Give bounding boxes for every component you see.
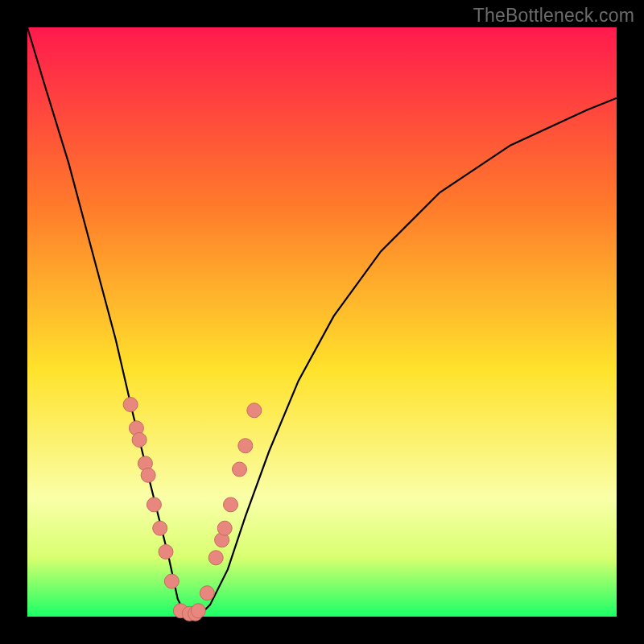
marker-dot <box>233 462 247 477</box>
marker-dot <box>147 497 161 512</box>
marker-dot <box>164 574 179 588</box>
watermark-text: TheBottleneck.com <box>473 5 634 27</box>
marker-dot <box>247 403 262 418</box>
marker-dot <box>132 432 147 447</box>
marker-dot <box>153 521 167 535</box>
marker-dot <box>123 398 138 412</box>
marker-dot <box>191 604 205 618</box>
chart-frame: TheBottleneck.com <box>0 0 644 644</box>
marker-dot <box>141 468 155 482</box>
plot-background <box>27 27 617 617</box>
marker-dot <box>159 545 173 559</box>
marker-dot <box>224 497 238 512</box>
marker-dot <box>238 439 253 453</box>
marker-dot <box>208 551 223 565</box>
marker-dot <box>200 586 214 601</box>
chart-svg <box>0 0 644 644</box>
marker-dot <box>217 521 232 535</box>
